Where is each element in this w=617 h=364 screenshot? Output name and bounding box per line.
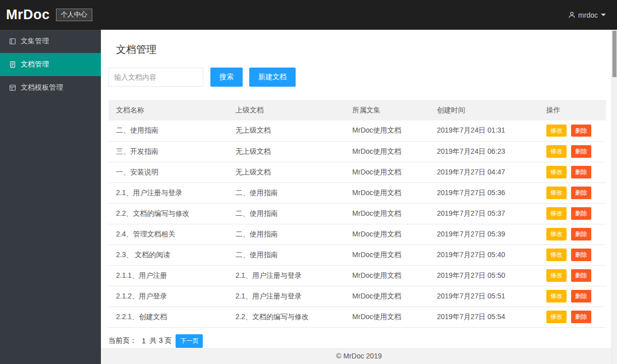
scrollbar[interactable] <box>611 30 617 364</box>
cell-parent-doc: 二、使用指南 <box>228 224 345 245</box>
sidebar-item-collections[interactable]: 文集管理 <box>0 30 101 53</box>
table-row: 2.1.1、用户注册2.1、用户注册与登录MrDoc使用文档2019年7月27日… <box>108 265 606 286</box>
main-column: 文档管理 搜索 新建文档 文档名称上级文档所属文集创建时间操作 二、使用指南无上… <box>101 30 617 364</box>
scrollbar-thumb[interactable] <box>612 31 616 77</box>
table-row: 2.1.2、用户登录2.1、用户注册与登录MrDoc使用文档2019年7月27日… <box>108 286 606 307</box>
edit-button[interactable]: 修改 <box>546 207 567 219</box>
caret-down-icon <box>601 14 606 16</box>
cell-parent-doc: 二、使用指南 <box>228 203 345 224</box>
edit-button[interactable]: 修改 <box>546 290 567 302</box>
cell-doc-name: 2.1、用户注册与登录 <box>108 183 228 203</box>
search-input[interactable] <box>108 68 203 87</box>
cell-actions: 修改删除 <box>539 245 606 265</box>
new-doc-button[interactable]: 新建文档 <box>249 68 296 87</box>
edit-button[interactable]: 修改 <box>546 145 567 157</box>
sidebar-item-templates[interactable]: 文档模板管理 <box>0 76 101 99</box>
column-header: 上级文档 <box>228 100 345 120</box>
sidebar: 文集管理文档管理文档模板管理 <box>0 30 101 364</box>
edit-button[interactable]: 修改 <box>546 311 567 323</box>
toolbar: 搜索 新建文档 <box>108 68 606 87</box>
delete-button[interactable]: 删除 <box>571 125 591 137</box>
cell-actions: 修改删除 <box>539 224 606 245</box>
cell-collection: MrDoc使用文档 <box>345 245 429 265</box>
cell-actions: 修改删除 <box>539 141 606 162</box>
main-content: 文档管理 搜索 新建文档 文档名称上级文档所属文集创建时间操作 二、使用指南无上… <box>101 30 617 348</box>
table-row: 2.4、管理文档相关二、使用指南MrDoc使用文档2019年7月27日 05:3… <box>108 224 606 245</box>
cell-parent-doc: 二、使用指南 <box>228 245 345 265</box>
cell-created-time: 2019年7月27日 05:54 <box>429 307 539 327</box>
cell-collection: MrDoc使用文档 <box>345 224 429 245</box>
user-center-badge[interactable]: 个人中心 <box>56 9 92 21</box>
edit-button[interactable]: 修改 <box>546 166 567 178</box>
next-page-button[interactable]: 下一页 <box>176 334 203 348</box>
cell-collection: MrDoc使用文档 <box>345 120 429 141</box>
edit-button[interactable]: 修改 <box>546 228 567 240</box>
cell-doc-name: 2.4、管理文档相关 <box>108 224 228 245</box>
table-row: 二、使用指南无上级文档MrDoc使用文档2019年7月24日 01:31修改删除 <box>108 120 606 141</box>
cell-parent-doc: 无上级文档 <box>228 141 345 162</box>
pagination-label: 当前页： <box>108 336 137 345</box>
brand-area: MrDoc 个人中心 <box>6 7 92 23</box>
user-menu[interactable]: mrdoc <box>568 11 606 19</box>
cell-created-time: 2019年7月27日 05:40 <box>429 245 539 265</box>
cell-actions: 修改删除 <box>539 203 606 224</box>
delete-button[interactable]: 删除 <box>571 187 591 199</box>
delete-button[interactable]: 删除 <box>571 166 591 178</box>
doc-table: 文档名称上级文档所属文集创建时间操作 二、使用指南无上级文档MrDoc使用文档2… <box>108 100 606 328</box>
cell-parent-doc: 2.1、用户注册与登录 <box>228 265 345 286</box>
cell-doc-name: 三、开发指南 <box>108 141 228 162</box>
table-row: 2.3、 文档的阅读二、使用指南MrDoc使用文档2019年7月27日 05:4… <box>108 245 606 265</box>
sidebar-item-documents[interactable]: 文档管理 <box>0 53 101 76</box>
delete-button[interactable]: 删除 <box>571 269 591 281</box>
cell-doc-name: 2.2、文档的编写与修改 <box>108 203 228 224</box>
cell-parent-doc: 2.2、文档的编写与修改 <box>228 307 345 327</box>
cell-actions: 修改删除 <box>539 162 606 183</box>
cell-actions: 修改删除 <box>539 307 606 327</box>
username: mrdoc <box>578 11 598 19</box>
sidebar-item-label: 文档模板管理 <box>21 83 63 92</box>
column-header: 所属文集 <box>345 100 429 120</box>
column-header: 创建时间 <box>429 100 539 120</box>
delete-button[interactable]: 删除 <box>571 207 591 219</box>
doc-table-body: 二、使用指南无上级文档MrDoc使用文档2019年7月24日 01:31修改删除… <box>108 120 606 327</box>
table-row: 2.2、文档的编写与修改二、使用指南MrDoc使用文档2019年7月27日 05… <box>108 203 606 224</box>
table-row: 2.2.1、创建文档2.2、文档的编写与修改MrDoc使用文档2019年7月27… <box>108 307 606 327</box>
page: MrDoc 个人中心 mrdoc 文集管理文档管理文档模板管理 文档管理 搜索 <box>0 0 617 364</box>
cell-collection: MrDoc使用文档 <box>345 141 429 162</box>
cell-actions: 修改删除 <box>539 120 606 141</box>
cell-collection: MrDoc使用文档 <box>345 265 429 286</box>
brand-logo[interactable]: MrDoc <box>6 7 50 23</box>
collection-icon <box>9 38 16 45</box>
cell-actions: 修改删除 <box>539 265 606 286</box>
delete-button[interactable]: 删除 <box>571 228 591 240</box>
cell-parent-doc: 2.1、用户注册与登录 <box>228 286 345 307</box>
sidebar-item-label: 文集管理 <box>21 37 49 46</box>
edit-button[interactable]: 修改 <box>546 187 567 199</box>
column-header: 操作 <box>539 100 606 120</box>
delete-button[interactable]: 删除 <box>571 249 591 261</box>
cell-parent-doc: 无上级文档 <box>228 120 345 141</box>
cell-collection: MrDoc使用文档 <box>345 162 429 183</box>
cell-created-time: 2019年7月24日 01:31 <box>429 120 539 141</box>
cell-created-time: 2019年7月27日 05:39 <box>429 224 539 245</box>
cell-created-time: 2019年7月27日 04:47 <box>429 162 539 183</box>
table-row: 2.1、用户注册与登录二、使用指南MrDoc使用文档2019年7月27日 05:… <box>108 183 606 203</box>
document-icon <box>9 61 16 68</box>
delete-button[interactable]: 删除 <box>571 290 591 302</box>
cell-created-time: 2019年7月24日 06:23 <box>429 141 539 162</box>
cell-doc-name: 2.3、 文档的阅读 <box>108 245 228 265</box>
top-navbar: MrDoc 个人中心 mrdoc <box>0 0 617 30</box>
cell-doc-name: 2.1.2、用户登录 <box>108 286 228 307</box>
edit-button[interactable]: 修改 <box>546 125 567 137</box>
column-header: 文档名称 <box>108 100 228 120</box>
delete-button[interactable]: 删除 <box>571 145 591 157</box>
search-button[interactable]: 搜索 <box>210 68 243 87</box>
edit-button[interactable]: 修改 <box>546 269 567 281</box>
body-row: 文集管理文档管理文档模板管理 文档管理 搜索 新建文档 文档名称上级文档所属文集… <box>0 30 617 364</box>
cell-collection: MrDoc使用文档 <box>345 203 429 224</box>
cell-collection: MrDoc使用文档 <box>345 286 429 307</box>
table-header-row: 文档名称上级文档所属文集创建时间操作 <box>108 100 606 120</box>
cell-parent-doc: 无上级文档 <box>228 162 345 183</box>
delete-button[interactable]: 删除 <box>571 311 591 323</box>
edit-button[interactable]: 修改 <box>546 249 567 261</box>
